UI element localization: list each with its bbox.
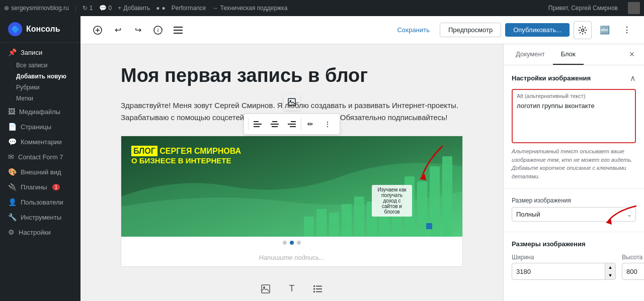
- svg-point-8: [582, 29, 584, 31]
- align-center-button[interactable]: [267, 116, 283, 132]
- width-down-button[interactable]: ▼: [605, 271, 615, 279]
- admin-bar-logo[interactable]: ● ●: [156, 5, 166, 12]
- settings-icon: ⚙: [8, 228, 15, 236]
- svg-rect-13: [254, 126, 260, 127]
- sidebar-sub-categories[interactable]: Рубрики: [0, 82, 80, 93]
- sidebar-brand[interactable]: 🔷 Консоль: [0, 16, 80, 43]
- width-label: Ширина: [512, 254, 616, 261]
- dot-indicators: [121, 237, 462, 249]
- panel-tabs: Документ Блок ×: [504, 44, 644, 65]
- panel-close-button[interactable]: ×: [624, 47, 640, 63]
- image-preview: БЛОГ СЕРГЕЯ СМИРНОВА О БИЗНЕСЕ В ИНТЕРНЕ…: [121, 136, 462, 237]
- preview-button[interactable]: Предпросмотр: [440, 23, 501, 37]
- admin-bar-performance[interactable]: Performance: [172, 5, 206, 12]
- admin-bar-comments[interactable]: 💬 0: [99, 5, 112, 12]
- width-input-wrapper: ▲ ▼: [512, 263, 616, 280]
- comments-icon: 💬: [8, 138, 17, 146]
- image-caption[interactable]: Напишите подпись...: [121, 249, 462, 266]
- tab-block[interactable]: Блок: [553, 44, 584, 65]
- align-left-button[interactable]: [250, 116, 266, 132]
- sidebar-appearance-label: Внешний вид: [21, 168, 61, 176]
- image-subtext: Изучаем как получать доход с сайтов и бл…: [372, 185, 412, 217]
- bottom-image-button[interactable]: [257, 280, 275, 298]
- sidebar-settings-label: Настройки: [19, 229, 51, 236]
- alt-text-container: Alt (альтернативный текст): [512, 89, 636, 143]
- image-tool-image[interactable]: [284, 94, 300, 110]
- menu-button[interactable]: [169, 21, 187, 39]
- svg-rect-9: [288, 98, 295, 106]
- width-field: Ширина ▲ ▼: [512, 254, 616, 280]
- admin-bar-add[interactable]: + Добавить: [118, 5, 150, 12]
- sidebar-sub-all-posts[interactable]: Все записи: [0, 60, 80, 71]
- publish-button[interactable]: Опубликовать...: [505, 23, 570, 37]
- sidebar-item-comments[interactable]: 💬 Комментарии: [0, 134, 80, 149]
- svg-text:i: i: [157, 27, 158, 33]
- info-button[interactable]: i: [149, 21, 167, 39]
- svg-rect-16: [272, 126, 278, 127]
- add-block-button[interactable]: [89, 21, 107, 39]
- image-block[interactable]: БЛОГ СЕРГЕЯ СМИРНОВА О БИЗНЕСЕ В ИНТЕРНЕ…: [121, 136, 463, 267]
- admin-avatar[interactable]: [628, 2, 640, 14]
- more-image-options-button[interactable]: ⋮: [319, 116, 336, 132]
- svg-rect-14: [272, 121, 277, 122]
- bottom-text-button[interactable]: T: [283, 280, 301, 298]
- edit-image-button[interactable]: ✏: [302, 116, 318, 132]
- gear-settings-button[interactable]: [574, 21, 592, 39]
- alt-text-label: Alt (альтернативный текст): [513, 90, 635, 100]
- image-settings-title: Настройки изображения: [512, 74, 591, 82]
- more-options-button[interactable]: ⋮: [618, 21, 636, 39]
- collapse-button[interactable]: ∧: [630, 73, 636, 83]
- tab-document[interactable]: Документ: [508, 44, 553, 65]
- brand-label: Консоль: [26, 25, 60, 34]
- sidebar-media-label: Медиафайлы: [19, 108, 60, 116]
- editor-main: Моя первая запись в блог Здравствуйте! М…: [80, 44, 503, 301]
- sidebar-posts-label: Записи: [21, 49, 42, 56]
- sidebar-item-media[interactable]: 🖼 Медиафайлы: [0, 104, 80, 119]
- height-field: Высота ▲ ▼: [622, 254, 644, 280]
- save-button[interactable]: Сохранить: [391, 23, 436, 37]
- bottom-list-button[interactable]: [309, 280, 327, 298]
- wp-icon: ⊕: [4, 5, 9, 12]
- sidebar-item-users[interactable]: 👤 Пользователи: [0, 194, 80, 210]
- sidebar-sub-tags[interactable]: Метки: [0, 93, 80, 104]
- sidebar-sub-add-new[interactable]: Добавить новую: [0, 71, 80, 82]
- width-up-button[interactable]: ▲: [605, 263, 615, 271]
- alt-text-input[interactable]: [513, 100, 635, 140]
- sidebar-pages-label: Страницы: [21, 123, 51, 131]
- width-input[interactable]: [512, 265, 605, 278]
- sidebar-item-cf7[interactable]: ✉ Contact Form 7: [0, 149, 80, 164]
- dot-1: [283, 241, 287, 245]
- admin-bar-support[interactable]: → Техническая поддержка: [212, 5, 287, 12]
- redo-button[interactable]: ↪: [129, 21, 147, 39]
- cf7-icon: ✉: [8, 153, 14, 161]
- users-icon: 👤: [8, 198, 17, 206]
- sidebar-item-posts[interactable]: 📌 Записи: [0, 45, 80, 60]
- plugins-icon: 🔌: [8, 183, 17, 191]
- sidebar-item-settings[interactable]: ⚙ Настройки: [0, 225, 80, 240]
- align-right-button[interactable]: [284, 116, 300, 132]
- svg-rect-18: [288, 124, 296, 125]
- admin-bar-site[interactable]: ⊕ sergeysmirnovblog.ru: [4, 5, 69, 12]
- post-title[interactable]: Моя первая запись в блог: [121, 64, 463, 87]
- svg-rect-22: [262, 285, 270, 293]
- svg-rect-12: [254, 124, 262, 125]
- svg-rect-24: [313, 285, 315, 287]
- sidebar-item-appearance[interactable]: 🎨 Внешний вид: [0, 164, 80, 179]
- arrow-annotation: [417, 141, 447, 183]
- dot-3: [297, 241, 301, 245]
- sidebar-item-plugins[interactable]: 🔌 Плагины 1: [0, 179, 80, 194]
- sidebar-item-tools[interactable]: 🔧 Инструменты: [0, 210, 80, 225]
- sidebar-item-pages[interactable]: 📄 Страницы: [0, 119, 80, 134]
- width-spinner: ▲ ▼: [605, 263, 615, 279]
- editor-toolbar: ↩ ↪ i Сохранить Предпросмотр Опубликоват…: [80, 16, 644, 44]
- pages-icon: 📄: [8, 123, 17, 131]
- posts-icon: 📌: [8, 48, 17, 56]
- user-icon-button[interactable]: 🔤: [596, 21, 614, 39]
- admin-bar-update[interactable]: ↻ 1: [83, 5, 93, 12]
- undo-button[interactable]: ↩: [109, 21, 127, 39]
- plugins-badge: 1: [52, 184, 60, 190]
- dimensions-title: Размеры изображения: [512, 240, 636, 248]
- appearance-icon: 🎨: [8, 168, 17, 176]
- tools-icon: 🔧: [8, 213, 17, 221]
- height-input[interactable]: [622, 265, 644, 278]
